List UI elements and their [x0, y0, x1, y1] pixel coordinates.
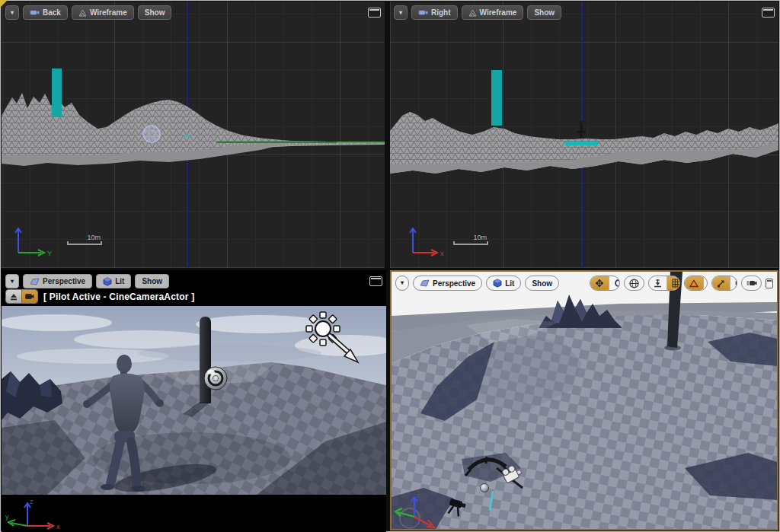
maximize-viewport-button[interactable] — [368, 8, 381, 18]
camera-speed-icon — [746, 279, 757, 287]
perspective-view[interactable]: z — [392, 272, 777, 529]
rotation-snap-toggle[interactable] — [685, 276, 703, 290]
camera-icon — [30, 9, 40, 16]
transform-tools — [590, 276, 620, 291]
show-flags-button[interactable]: Show — [525, 276, 559, 291]
view-type-button[interactable]: Back — [23, 5, 68, 20]
view-mode-label: Wireframe — [90, 8, 127, 17]
axis-label-y: Y — [47, 250, 52, 257]
view-type-button[interactable]: Perspective — [23, 274, 92, 288]
rotation-snap-group: 10°▾ — [684, 276, 708, 291]
pilot-status-text: [ Pilot Active - CineCameraActor ] — [43, 291, 194, 302]
eject-icon — [10, 293, 18, 301]
perspective-icon — [420, 279, 430, 287]
camera-speed-value[interactable]: 4▾ — [762, 276, 762, 290]
lit-cube-icon — [103, 277, 112, 286]
move-tool-icon — [595, 279, 604, 288]
perspective-icon — [30, 278, 40, 285]
viewport-right[interactable]: x 10m ▾ Right Wireframe Show — [390, 2, 778, 268]
scale-snap-toggle[interactable] — [712, 276, 730, 290]
angle-snap-icon — [689, 279, 698, 288]
wireframe-scene-right[interactable]: x — [390, 2, 778, 268]
viewport-options-dropdown[interactable]: ▾ — [5, 5, 19, 20]
eject-pilot-button[interactable] — [6, 290, 21, 303]
view-mode-button[interactable]: Lit — [486, 276, 521, 291]
viewport-pilot[interactable]: z y x ▾ Perspective Lit Show — [2, 270, 386, 532]
maximize-viewport-button[interactable] — [369, 276, 382, 286]
show-label: Show — [534, 8, 555, 17]
viewport-options-dropdown[interactable]: ▾ — [394, 5, 408, 20]
pole-base-shadow — [664, 346, 681, 351]
show-flags-button[interactable]: Show — [527, 5, 561, 20]
surface-snap-icon — [654, 279, 662, 288]
viewport-back[interactable]: Y 10m ▾ Back Wireframe Show — [2, 2, 385, 268]
scale-bar: 10m — [453, 237, 488, 245]
maximize-viewport-button[interactable] — [766, 279, 773, 288]
rotate-tool-button[interactable] — [609, 276, 620, 290]
pilot-camera-icon — [25, 293, 34, 300]
chevron-down-icon: ▾ — [401, 280, 404, 286]
chevron-down-icon: ▾ — [399, 10, 402, 16]
view-type-label: Right — [431, 8, 451, 17]
selection-highlight — [184, 135, 190, 137]
scale-bar-label: 10m — [87, 234, 101, 241]
maximize-viewport-button[interactable] — [762, 8, 775, 18]
grid-snap-icon — [672, 279, 680, 288]
selected-column-actor[interactable] — [52, 68, 62, 117]
show-flags-button[interactable]: Show — [135, 274, 169, 288]
view-mode-label: Lit — [505, 279, 514, 288]
viewport-options-dropdown[interactable]: ▾ — [5, 274, 19, 288]
viewport-perspective[interactable]: z ▾ Perspective Lit Show — [390, 270, 778, 530]
axis-label-z: z — [30, 498, 34, 505]
camera-view[interactable] — [2, 306, 386, 495]
small-chrome-sphere[interactable] — [481, 484, 489, 492]
view-mode-button[interactable]: Wireframe — [462, 5, 524, 20]
world-coordinate-icon — [629, 279, 639, 288]
view-type-button[interactable]: Right — [411, 5, 458, 20]
view-mode-button[interactable]: Lit — [96, 274, 131, 288]
scale-snap-value-label: 0,25 — [735, 279, 737, 288]
chevron-down-icon: ▾ — [11, 10, 14, 16]
view-mode-button[interactable]: Wireframe — [72, 5, 134, 20]
show-label: Show — [142, 277, 162, 285]
show-flags-button[interactable]: Show — [138, 5, 172, 20]
quad-viewport-stage: Y 10m ▾ Back Wireframe Show — [0, 0, 780, 532]
axis-gizmo: z y x — [5, 495, 66, 530]
viewport-toolbar: ▾ Right Wireframe Show — [394, 5, 775, 20]
scale-snap-icon — [717, 279, 725, 288]
scale-snap-value[interactable]: 0,25▾ — [730, 276, 737, 290]
pilot-camera-button[interactable] — [21, 290, 37, 303]
lit-cube-icon — [493, 279, 502, 288]
show-label: Show — [145, 8, 165, 17]
viewport-options-dropdown[interactable]: ▾ — [395, 276, 409, 291]
grid-snap-toggle[interactable] — [667, 276, 680, 290]
camera-speed-button[interactable] — [742, 276, 762, 290]
selected-column-actor[interactable] — [491, 70, 502, 126]
selection-highlight — [565, 142, 598, 145]
view-type-label: Perspective — [433, 279, 475, 288]
pole-actor[interactable] — [200, 317, 211, 403]
viewport-toolbar: ▾ Back Wireframe Show — [5, 5, 381, 20]
rotation-snap-value[interactable]: 10°▾ — [703, 276, 708, 290]
viewport-toolbar: ▾ Perspective Lit Show — [5, 274, 382, 288]
surface-snap-button[interactable] — [649, 276, 667, 290]
wireframe-sphere-actor[interactable] — [143, 126, 160, 142]
camera-icon — [418, 9, 428, 16]
view-type-label: Back — [43, 8, 61, 17]
move-tool-button[interactable] — [590, 276, 609, 290]
view-type-label: Perspective — [43, 277, 85, 285]
wireframe-scene-back[interactable]: Y — [2, 2, 385, 268]
wireframe-icon — [78, 9, 87, 17]
scale-bar: 10m — [67, 237, 102, 245]
view-type-button[interactable]: Perspective — [413, 276, 482, 291]
scale-snap-group: 0,25▾ — [711, 276, 737, 291]
small-actor-silhouette[interactable] — [577, 121, 586, 138]
camera-speed-group: 4▾ — [741, 276, 762, 291]
coordinate-system-button[interactable] — [624, 276, 644, 291]
grid-snap-group: 10▾ — [648, 276, 680, 291]
axis-gizmo: Y — [15, 228, 52, 257]
axis-label-x: x — [440, 250, 444, 257]
chrome-sphere-actor[interactable] — [204, 367, 227, 390]
axis-label-y: y — [5, 513, 9, 521]
pilot-status-bar: [ Pilot Active - CineCameraActor ] — [5, 289, 194, 304]
